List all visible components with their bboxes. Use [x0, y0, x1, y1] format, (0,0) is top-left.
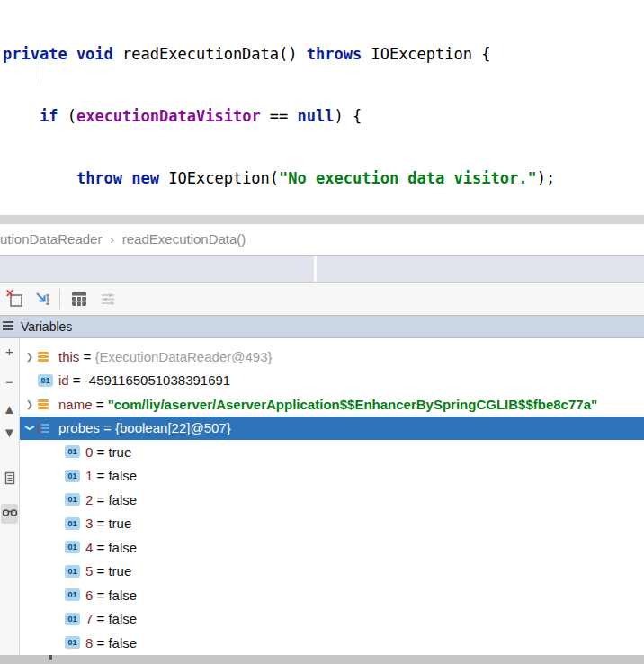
array-element-row[interactable]: 01 4 = false — [20, 535, 644, 560]
array-element-row[interactable]: 01 8 = false — [20, 631, 644, 655]
array-element-row[interactable]: 01 1 = false — [20, 464, 644, 489]
primitive-value-icon: 01 — [65, 445, 80, 458]
element-index: 5 — [85, 563, 93, 579]
code-line: throw new IOException("No execution data… — [0, 168, 644, 189]
code-token: private void — [3, 45, 122, 63]
watches-side-toolbar: + − ▲ ▼ — [0, 338, 20, 655]
primitive-value-icon: 01 — [65, 493, 80, 506]
code-token: executionDataVisitor — [76, 107, 261, 125]
move-up-icon: ▲ — [0, 401, 19, 417]
element-value: false — [108, 588, 137, 603]
code-token: ( — [67, 107, 76, 125]
element-index: 2 — [85, 492, 93, 507]
code-line: private void readExecutionData() throws … — [0, 44, 644, 65]
array-icon: 123 — [38, 422, 49, 435]
move-down-icon: ▼ — [0, 425, 19, 440]
element-index: 3 — [85, 516, 93, 531]
field-icon — [38, 351, 49, 363]
code-token — [3, 107, 40, 125]
chevron-down-icon[interactable]: ❯ — [25, 420, 35, 436]
horizontal-scrollbar[interactable] — [0, 655, 644, 664]
evaluate-expression-icon[interactable] — [70, 290, 88, 308]
primitive-value-icon: 01 — [65, 517, 80, 530]
scrollbar-mark — [49, 655, 52, 660]
code-token: ) { — [335, 107, 362, 125]
primitive-value-icon: 01 — [38, 374, 53, 387]
array-element-row[interactable]: 01 3 = true — [20, 512, 644, 536]
element-index: 6 — [85, 588, 93, 603]
indent-guide — [40, 44, 40, 85]
breadcrumb-separator-icon: › — [102, 233, 121, 247]
equals-sign: = — [69, 372, 85, 388]
code-line: if (executionDataVisitor == null) { — [0, 106, 644, 127]
drop-frame-icon[interactable]: ✕ — [5, 290, 23, 308]
primitive-value-icon: 01 — [65, 588, 80, 601]
equals-sign: = — [93, 397, 108, 412]
primitive-value-icon: 01 — [65, 470, 80, 482]
primitive-value-icon: 01 — [65, 636, 80, 649]
variable-value: "com/liy/aserver/AserverApplication$$Enh… — [108, 397, 597, 412]
variable-value: {boolean[22]@507} — [115, 420, 231, 435]
equals-sign: = — [93, 540, 108, 555]
element-value: false — [108, 540, 137, 555]
customize-view-sliders-icon — [99, 290, 117, 308]
equals-sign: = — [93, 611, 108, 626]
code-token: IOException( — [168, 169, 279, 187]
variable-value: {ExecutionDataReader@493} — [94, 349, 272, 364]
element-index: 7 — [85, 611, 93, 626]
variables-toolbar: ✕ — [0, 283, 644, 316]
element-index: 8 — [85, 635, 93, 651]
remove-watch-icon[interactable]: − — [0, 374, 19, 390]
primitive-value-icon: 01 — [65, 541, 80, 553]
breadcrumb-method[interactable]: readExecutionData() — [122, 231, 246, 247]
variable-row-name[interactable]: ❯ name = "com/liy/aserver/AserverApplica… — [20, 392, 644, 417]
code-token: == — [261, 107, 298, 125]
equals-sign: = — [93, 444, 108, 460]
add-to-watches-icon[interactable] — [34, 290, 52, 308]
variables-panel-header: Variables — [0, 316, 644, 338]
editor-debugger-splitter[interactable] — [0, 215, 644, 224]
element-value: false — [108, 635, 137, 651]
chevron-right-icon[interactable]: ❯ — [22, 352, 38, 362]
primitive-value-icon: 01 — [65, 613, 80, 625]
variable-value: -4591165051038391691 — [85, 372, 230, 388]
element-value: false — [108, 611, 137, 626]
array-element-row[interactable]: 01 0 = true — [20, 440, 644, 464]
array-element-row[interactable]: 01 2 = false — [20, 488, 644, 512]
equals-sign: = — [93, 588, 108, 603]
equals-sign: = — [79, 349, 94, 364]
element-index: 4 — [85, 540, 93, 555]
debugger-window: private void readExecutionData() throws … — [0, 0, 644, 664]
field-icon — [38, 399, 49, 410]
element-value: true — [108, 516, 131, 531]
equals-sign: = — [93, 563, 108, 579]
equals-sign: = — [93, 492, 108, 507]
red-x-icon: ✕ — [5, 287, 14, 300]
equals-sign: = — [100, 420, 115, 435]
panel-menu-icon[interactable] — [3, 321, 13, 332]
array-element-row[interactable]: 01 6 = false — [20, 583, 644, 607]
element-index: 0 — [85, 444, 93, 460]
chevron-right-icon[interactable]: ❯ — [22, 399, 38, 409]
add-watch-icon[interactable]: + — [0, 344, 19, 359]
variable-name: id — [58, 372, 69, 388]
array-element-row[interactable]: 01 5 = true — [20, 560, 644, 584]
code-token: readExecutionData() — [122, 45, 307, 63]
code-editor[interactable]: private void readExecutionData() throws … — [0, 0, 644, 215]
variable-name: probes — [58, 420, 100, 435]
show-watches-glasses-icon[interactable] — [0, 506, 19, 524]
breadcrumb-class[interactable]: utionDataReader — [0, 231, 102, 247]
element-value: false — [108, 468, 137, 483]
element-value: false — [108, 492, 137, 507]
string-literal: "No execution data visitor." — [279, 169, 537, 187]
variable-row-id[interactable]: 01 id = -4591165051038391691 — [20, 369, 644, 393]
equals-sign: = — [93, 516, 108, 531]
code-token: throws — [307, 45, 371, 63]
duplicate-watch-icon[interactable] — [0, 471, 19, 488]
code-token — [3, 169, 76, 187]
array-element-row[interactable]: 01 7 = false — [20, 607, 644, 632]
variable-row-probes-selected[interactable]: ❯ 123 probes = {boolean[22]@507} — [20, 417, 644, 441]
variable-row-this[interactable]: ❯ this = {ExecutionDataReader@493} — [20, 345, 644, 369]
variables-tree: ❯ this = {ExecutionDataReader@493} 01 id… — [20, 338, 644, 655]
code-token: throw new — [76, 169, 168, 187]
